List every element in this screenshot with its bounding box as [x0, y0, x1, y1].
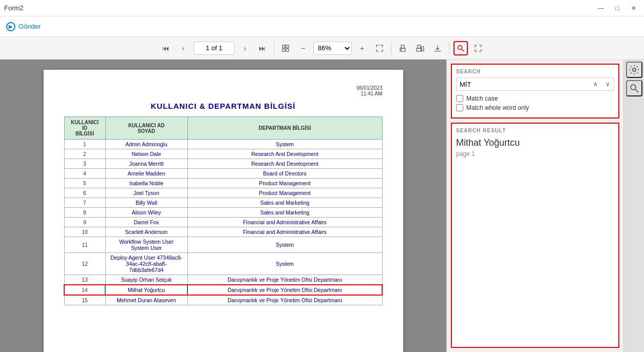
table-row: 8Alison WileySales and Marketing — [64, 208, 382, 218]
cell-name: Mithat Yoğurtcu — [105, 285, 187, 295]
col-header-dept: DEPARTMAN BİLGİSİ — [187, 117, 382, 140]
svg-point-11 — [458, 45, 462, 49]
search-up-button[interactable]: ∧ — [589, 78, 601, 90]
cell-id: 15 — [64, 295, 105, 305]
cell-id: 7 — [64, 198, 105, 208]
cell-name: Scarlett Anderson — [105, 227, 187, 237]
svg-line-15 — [635, 89, 638, 92]
cell-name: Alison Wiley — [105, 208, 187, 218]
search-result-name: Mithat Yoğurtcu — [456, 138, 614, 148]
minimize-button[interactable]: — — [595, 2, 607, 14]
cell-id: 1 — [64, 140, 105, 149]
pdf-table: KULLANICI IDBİLGİSİ KULLANICI ADSOYAD DE… — [64, 116, 383, 305]
layout-button[interactable] — [278, 41, 293, 55]
match-whole-word-checkbox[interactable] — [456, 104, 463, 111]
pdf-viewer[interactable]: 06/01/2023 11:41 AM KULLANICI & DEPARTMA… — [0, 60, 446, 352]
last-page-button[interactable]: ⏭ — [255, 41, 270, 55]
print-layout-button[interactable] — [413, 41, 427, 55]
window-controls: — □ ✕ — [595, 2, 640, 14]
cell-name: Admin Adminoglu — [105, 140, 187, 149]
svg-rect-1 — [286, 45, 289, 48]
svg-rect-7 — [401, 49, 402, 50]
gonder-label: Gönder — [18, 23, 41, 30]
next-page-button[interactable]: › — [238, 41, 252, 55]
zoom-in-button[interactable]: + — [355, 41, 369, 55]
cell-dept: System — [187, 237, 382, 253]
search-button[interactable] — [453, 41, 468, 55]
search-section: SEARCH ∧ ∨ Match case Match whole word o… — [451, 64, 619, 119]
col-header-id: KULLANICI IDBİLGİSİ — [64, 117, 105, 140]
table-row: 13Suayip Orhan SelçukDanışmanlık ve Proj… — [64, 275, 382, 285]
cell-dept: Product Management — [187, 188, 382, 198]
first-page-button[interactable]: ⏮ — [159, 41, 173, 55]
table-row: 12Deploy Agent User 47348ac8-34ac-42c8-a… — [64, 253, 382, 275]
cell-dept: Sales and Marketing — [187, 198, 382, 208]
table-row: 14Mithat YoğurtcuDanışmanlık ve Proje Yö… — [64, 285, 382, 295]
cell-id: 2 — [64, 149, 105, 159]
svg-line-12 — [462, 49, 464, 51]
prev-page-button[interactable]: ‹ — [176, 41, 191, 55]
cell-dept: Danışmanlık ve Proje Yönetim Ofisi Depar… — [187, 275, 382, 285]
titlebar: Form2 — □ ✕ — [0, 0, 644, 16]
cell-dept: Board of Directors — [187, 169, 382, 179]
table-row: 1Admin AdminogluSystem — [64, 140, 382, 149]
table-row: 15Mehmet Duran AtasevenDanışmanlık ve Pr… — [64, 295, 382, 305]
cell-id: 10 — [64, 227, 105, 237]
search-section-title: SEARCH — [456, 69, 614, 74]
match-case-row: Match case — [456, 95, 614, 102]
fullscreen-button[interactable] — [471, 41, 485, 55]
svg-rect-6 — [401, 45, 404, 48]
export-button[interactable] — [430, 41, 445, 55]
zoom-out-button[interactable]: − — [296, 41, 310, 55]
search-input[interactable] — [457, 79, 589, 90]
cell-name: Isabella Noble — [105, 179, 187, 188]
cell-dept: System — [187, 140, 382, 149]
cell-id: 3 — [64, 159, 105, 169]
search-down-button[interactable]: ∨ — [601, 78, 614, 90]
svg-rect-2 — [282, 49, 285, 51]
cell-name: Amelie Madden — [105, 169, 187, 179]
pdf-toolbar: ⏮ ‹ › ⏭ − 86% 50% 75% 100% 125% 150% + — [0, 37, 644, 60]
cell-dept: Danışmanlık ve Proje Yönetim Ofisi Depar… — [187, 285, 382, 295]
search-panel: SEARCH ∧ ∨ Match case Match whole word o… — [446, 60, 623, 352]
search-icon-button[interactable] — [626, 80, 642, 96]
zoom-select[interactable]: 86% 50% 75% 100% 125% 150% — [313, 42, 352, 55]
close-button[interactable]: ✕ — [628, 2, 640, 14]
separator-3 — [449, 42, 449, 54]
svg-rect-0 — [282, 45, 285, 48]
cell-dept: Research And Development — [187, 149, 382, 159]
cell-name: Joel Tyson — [105, 188, 187, 198]
cell-name: Deploy Agent User 47348ac8-34ac-42c8-aba… — [105, 253, 187, 275]
table-row: 4Amelie MaddenBoard of Directors — [64, 169, 382, 179]
print-button[interactable] — [395, 41, 410, 55]
table-row: 11Workflow System User System UserSystem — [64, 237, 382, 253]
cell-id: 4 — [64, 169, 105, 179]
gonder-button[interactable]: ▶ Gönder — [6, 22, 41, 31]
page-input[interactable] — [194, 42, 235, 55]
search-result-page: page 1 — [456, 150, 614, 158]
table-row: 7Billy WallSales and Marketing — [64, 198, 382, 208]
maximize-button[interactable]: □ — [611, 2, 623, 14]
cell-name: Suayip Orhan Selçuk — [105, 275, 187, 285]
pdf-date: 06/01/2023 11:41 AM — [64, 85, 383, 96]
fit-page-button[interactable] — [372, 41, 387, 55]
match-case-checkbox[interactable] — [456, 95, 463, 102]
cell-dept: System — [187, 253, 382, 275]
match-whole-word-row: Match whole word only — [456, 104, 614, 111]
cell-dept: Sales and Marketing — [187, 208, 382, 218]
col-header-name: KULLANICI ADSOYAD — [105, 117, 187, 140]
cell-dept: Product Management — [187, 179, 382, 188]
gonder-icon: ▶ — [6, 22, 15, 31]
search-result-section: SEARCH RESULT Mithat Yoğurtcu page 1 — [451, 123, 619, 348]
settings-icon-button[interactable] — [626, 62, 642, 78]
search-input-row: ∧ ∨ — [456, 77, 614, 91]
cell-name: Workflow System User System User — [105, 237, 187, 253]
cell-id: 13 — [64, 275, 105, 285]
pdf-page: 06/01/2023 11:41 AM KULLANICI & DEPARTMA… — [44, 70, 403, 352]
cell-dept: Financial and Administrative Affairs — [187, 227, 382, 237]
icon-sidebar — [623, 60, 644, 352]
table-row: 3Joanna MerrittResearch And Development — [64, 159, 382, 169]
cell-dept: Danışmanlık ve Proje Yönetim Ofisi Depar… — [187, 295, 382, 305]
svg-point-13 — [633, 68, 636, 71]
app-toolbar: ▶ Gönder — [0, 16, 644, 37]
